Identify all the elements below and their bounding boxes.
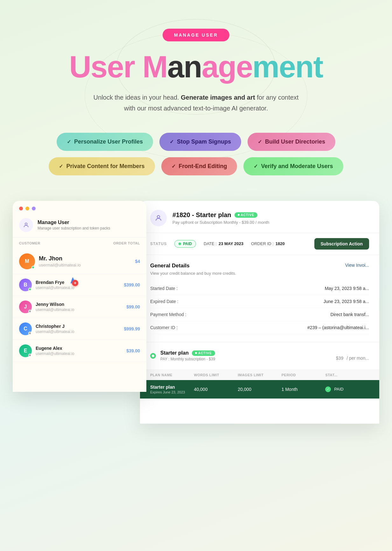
order-id-value: 1820 [276,241,285,246]
check-green-icon: ✓ [325,386,331,392]
user-row-mr-jhon[interactable]: M Mr. Jhon usermail@ultimateai.io $4 [13,249,146,274]
general-details-subtitle: View your credit balance and buy more cr… [150,271,369,276]
general-details-title: General Details [150,263,190,269]
avatar-mr-jhon: M [19,253,35,269]
plan-price-unit: / per mon... [346,356,369,361]
check-icon: ✓ [172,163,176,169]
table-col-images: IMAGES LIMIT [238,373,282,377]
plan-col-status: ✓ PAID [325,386,369,392]
status-label: STATUS [150,242,167,246]
started-value: May 23, 2023 9:58 a... [325,286,369,291]
detail-row-started: Started Date : May 23, 2023 9:58 a... [150,282,369,295]
sub-title-wrap: #1820 - Starter plan ACTIVE Pay upfront … [172,211,269,225]
user-row-jenny[interactable]: J Jenny Wilson usermail@ultimateai.io $9… [13,296,146,318]
paid-badge: PAID [174,240,196,248]
sub-order-id: #1820 - Starter plan [172,211,231,219]
check-icon: ✓ [59,163,63,169]
check-icon: ✓ [258,139,262,145]
plan-col-images: 20,000 [238,387,282,392]
title-an: an [167,50,202,84]
user-email-mr-jhon: usermail@ultimateai.io [39,263,131,267]
user-info-christopher: Christopher J usermail@ultimateai.io [36,324,120,334]
manage-user-title: Manage User [38,220,110,225]
active-dot [238,214,240,216]
svg-point-0 [25,223,27,225]
table-col-period: PERIOD [282,373,326,377]
sub-title: #1820 - Starter plan ACTIVE [172,211,269,219]
feature-badge-build-dir: ✓ Build User Directories [248,133,335,151]
date-label: DATE : [204,241,217,246]
feature-label-verify: Verify and Moderate Users [261,163,333,170]
plan-left: Starter plan ACTIVE PAY : Monthly subscr… [150,350,215,361]
sub-icon [150,210,167,226]
detail-row-expired: Expired Date : June 23, 2023 9:58 a... [150,295,369,308]
features-row-2: ✓ Private Content for Members ✓ Front-En… [49,157,343,175]
dot-red [19,207,23,210]
user-email-jenny: usermail@ultimateai.io [36,307,122,312]
user-info-brendan: Brendan Frye usermail@ultimateai.io [36,280,120,290]
user-list-panel: Manage User Manage user subscription and… [13,201,146,392]
user-amount-mr-jhon: $4 [135,259,140,264]
plan-col-period: 1 Month [282,387,326,392]
user-row-eugene[interactable]: E Eugene Alex usermail@ultimateai.io $39… [13,340,146,362]
table-col-plan: PLAN NAME [150,373,194,377]
expired-label: Expired Date : [150,299,178,304]
plan-table-row-starter: Starter plan Expires June 23, 2023 40,00… [140,380,379,399]
order-id-label: ORDER ID : [251,241,274,246]
status-offline-indicator [28,310,32,313]
view-invoice-link[interactable]: View Invoi... [345,263,369,268]
customer-label: Customer ID : [150,325,178,330]
payment-value: Direct bank transf... [331,312,369,317]
user-info-jenny: Jenny Wilson usermail@ultimateai.io [36,302,122,312]
subscription-action-button[interactable]: Subscription Action [314,238,369,250]
avatar-jenny: J [19,300,32,313]
status-online-indicator [28,288,32,291]
dashboard-section: Manage User Manage user subscription and… [0,201,392,424]
user-name-jenny: Jenny Wilson [36,302,122,307]
paid-label: PAID [183,242,192,246]
user-name-brendan: Brendan Frye [36,280,120,285]
feature-label-private: Private Content for Members [66,163,144,170]
plan-price: $39 / per mon... [336,349,369,363]
plan-pay-info: PAY : Monthly subscription - $39 [160,357,215,361]
main-title: User Management [0,51,392,83]
started-label: Started Date : [150,286,178,291]
user-email-eugene: usermail@ultimateai.io [36,351,122,356]
manage-user-badge: MANAGE USER [163,29,229,41]
subscription-panel: #1820 - Starter plan ACTIVE Pay upfront … [140,201,379,424]
avatar-christopher: C [19,322,32,335]
status-offline-indicator [28,354,32,357]
expired-value: June 23, 2023 9:58 a... [324,299,369,304]
plan-status-label: PAID [334,387,343,392]
paid-dot [178,243,181,245]
feature-label-build-dir: Build User Directories [265,138,325,145]
title-user: User M [69,50,167,84]
date-meta: DATE : 23 MAY 2023 [204,241,243,246]
feature-badge-frontend: ✓ Front-End Editing [161,157,237,175]
plan-active-label: ACTIVE [198,351,212,355]
user-row-brendan[interactable]: B Brendan Frye usermail@ultimateai.io $3… [13,274,146,296]
user-name-mr-jhon: Mr. Jhon [39,255,131,262]
plan-section: Starter plan ACTIVE PAY : Monthly subscr… [140,342,379,370]
feature-badge-private: ✓ Private Content for Members [49,157,155,175]
detail-row-payment: Payment Method : Direct bank transf... [150,308,369,321]
feature-badge-verify: ✓ Verify and Moderate Users [243,157,343,175]
check-icon: ✓ [254,163,258,169]
manage-icon [19,218,33,232]
subtitle: Unlock the ideas in your head. Generate … [88,92,304,114]
user-row-christopher[interactable]: C Christopher J usermail@ultimateai.io $… [13,318,146,340]
feature-label-stop-spam: Stop Spam Signups [177,138,231,145]
title-ment: ment [252,50,323,84]
user-amount-eugene: $39.00 [126,348,140,353]
dot-blue [32,207,36,210]
sub-description: Pay upfront or Subscription Monthly - $3… [172,220,269,225]
general-details-header: General Details View Invoi... [150,263,369,269]
svg-point-1 [157,215,160,218]
panel-dots [13,201,146,215]
features-section: ✓ Personalize User Profiles ✓ Stop Spam … [0,133,392,175]
plan-name: Starter plan ACTIVE [160,350,215,356]
detail-row-customer: Customer ID : #239 – (astorina@ultimatea… [150,321,369,334]
plan-active-dot [195,352,197,354]
user-amount-christopher: $999.99 [124,326,140,331]
user-name-christopher: Christopher J [36,324,120,329]
